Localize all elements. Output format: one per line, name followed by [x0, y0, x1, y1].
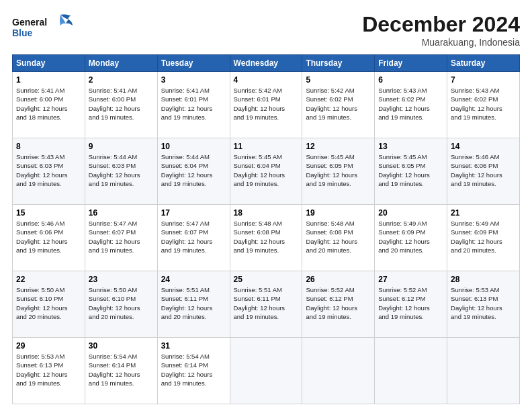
- day-info: Sunrise: 5:52 AMSunset: 6:12 PMDaylight:…: [378, 285, 443, 321]
- day-info: Sunrise: 5:50 AMSunset: 6:10 PMDaylight:…: [16, 285, 81, 321]
- calendar-cell: 26Sunrise: 5:52 AMSunset: 6:12 PMDayligh…: [302, 271, 375, 338]
- day-info: Sunrise: 5:50 AMSunset: 6:10 PMDaylight:…: [89, 285, 154, 321]
- calendar-cell: 30Sunrise: 5:54 AMSunset: 6:14 PMDayligh…: [85, 338, 157, 404]
- calendar-cell: 24Sunrise: 5:51 AMSunset: 6:11 PMDayligh…: [157, 271, 230, 338]
- calendar-header-saturday: Saturday: [447, 55, 520, 72]
- day-number: 2: [89, 75, 154, 85]
- calendar-header-thursday: Thursday: [302, 55, 375, 72]
- calendar-cell: 10Sunrise: 5:44 AMSunset: 6:04 PMDayligh…: [157, 138, 230, 205]
- day-number: 3: [161, 75, 226, 85]
- calendar-cell: [302, 338, 375, 404]
- calendar-week-5: 29Sunrise: 5:53 AMSunset: 6:13 PMDayligh…: [13, 338, 520, 404]
- day-info: Sunrise: 5:53 AMSunset: 6:13 PMDaylight:…: [16, 352, 81, 387]
- day-info: Sunrise: 5:43 AMSunset: 6:02 PMDaylight:…: [451, 86, 516, 122]
- location: Muarakuang, Indonesia: [362, 37, 520, 48]
- day-info: Sunrise: 5:53 AMSunset: 6:13 PMDaylight:…: [451, 285, 516, 321]
- calendar-cell: 16Sunrise: 5:47 AMSunset: 6:07 PMDayligh…: [85, 205, 157, 271]
- calendar-cell: 18Sunrise: 5:48 AMSunset: 6:08 PMDayligh…: [230, 205, 302, 271]
- day-number: 13: [378, 141, 443, 152]
- calendar-cell: 6Sunrise: 5:43 AMSunset: 6:02 PMDaylight…: [375, 72, 447, 138]
- day-number: 1: [16, 75, 81, 85]
- day-number: 20: [378, 208, 443, 218]
- calendar-cell: 13Sunrise: 5:45 AMSunset: 6:05 PMDayligh…: [375, 138, 447, 205]
- day-number: 19: [306, 208, 371, 218]
- day-number: 4: [234, 75, 299, 85]
- day-info: Sunrise: 5:45 AMSunset: 6:04 PMDaylight:…: [234, 152, 299, 188]
- calendar-cell: 14Sunrise: 5:46 AMSunset: 6:06 PMDayligh…: [447, 138, 520, 205]
- calendar-cell: [447, 338, 520, 404]
- day-number: 28: [451, 274, 516, 285]
- header: General Blue December 2024 Muarakuang, I…: [12, 12, 520, 48]
- day-number: 11: [234, 141, 299, 152]
- calendar-cell: 21Sunrise: 5:49 AMSunset: 6:09 PMDayligh…: [447, 205, 520, 271]
- calendar-table: SundayMondayTuesdayWednesdayThursdayFrid…: [12, 54, 520, 404]
- day-number: 9: [89, 141, 154, 152]
- calendar-week-3: 15Sunrise: 5:46 AMSunset: 6:06 PMDayligh…: [13, 205, 520, 271]
- calendar-cell: 27Sunrise: 5:52 AMSunset: 6:12 PMDayligh…: [375, 271, 447, 338]
- day-number: 7: [451, 75, 516, 85]
- calendar-header-monday: Monday: [85, 55, 157, 72]
- calendar-cell: 17Sunrise: 5:47 AMSunset: 6:07 PMDayligh…: [157, 205, 230, 271]
- page: General Blue December 2024 Muarakuang, I…: [0, 0, 532, 411]
- calendar-cell: 15Sunrise: 5:46 AMSunset: 6:06 PMDayligh…: [13, 205, 85, 271]
- day-info: Sunrise: 5:54 AMSunset: 6:14 PMDaylight:…: [161, 352, 226, 387]
- calendar-cell: 4Sunrise: 5:42 AMSunset: 6:01 PMDaylight…: [230, 72, 302, 138]
- day-info: Sunrise: 5:42 AMSunset: 6:01 PMDaylight:…: [234, 86, 299, 122]
- calendar-cell: [375, 338, 447, 404]
- day-number: 8: [16, 141, 81, 152]
- calendar-cell: [230, 338, 302, 404]
- day-info: Sunrise: 5:49 AMSunset: 6:09 PMDaylight:…: [451, 219, 516, 255]
- day-info: Sunrise: 5:51 AMSunset: 6:11 PMDaylight:…: [234, 285, 299, 321]
- calendar-cell: 22Sunrise: 5:50 AMSunset: 6:10 PMDayligh…: [13, 271, 85, 338]
- day-number: 23: [89, 274, 154, 285]
- calendar-header-row: SundayMondayTuesdayWednesdayThursdayFrid…: [13, 55, 520, 72]
- day-number: 5: [306, 75, 371, 85]
- calendar-cell: 19Sunrise: 5:48 AMSunset: 6:08 PMDayligh…: [302, 205, 375, 271]
- calendar-header-wednesday: Wednesday: [230, 55, 302, 72]
- day-info: Sunrise: 5:45 AMSunset: 6:05 PMDaylight:…: [306, 152, 371, 188]
- calendar-cell: 11Sunrise: 5:45 AMSunset: 6:04 PMDayligh…: [230, 138, 302, 205]
- calendar-header-tuesday: Tuesday: [157, 55, 230, 72]
- day-number: 18: [234, 208, 299, 218]
- calendar-cell: 2Sunrise: 5:41 AMSunset: 6:00 PMDaylight…: [85, 72, 157, 138]
- day-info: Sunrise: 5:42 AMSunset: 6:02 PMDaylight:…: [306, 86, 371, 122]
- day-info: Sunrise: 5:45 AMSunset: 6:05 PMDaylight:…: [378, 152, 443, 188]
- day-info: Sunrise: 5:48 AMSunset: 6:08 PMDaylight:…: [234, 219, 299, 255]
- day-number: 25: [234, 274, 299, 285]
- calendar-cell: 12Sunrise: 5:45 AMSunset: 6:05 PMDayligh…: [302, 138, 375, 205]
- day-info: Sunrise: 5:41 AMSunset: 6:01 PMDaylight:…: [161, 86, 226, 122]
- day-number: 30: [89, 340, 154, 351]
- svg-text:Blue: Blue: [12, 28, 33, 38]
- day-info: Sunrise: 5:49 AMSunset: 6:09 PMDaylight:…: [378, 219, 443, 255]
- logo-wordmark: General Blue: [12, 12, 79, 47]
- day-info: Sunrise: 5:41 AMSunset: 6:00 PMDaylight:…: [89, 86, 154, 122]
- day-number: 10: [161, 141, 226, 152]
- day-number: 15: [16, 208, 81, 218]
- calendar-cell: 7Sunrise: 5:43 AMSunset: 6:02 PMDaylight…: [447, 72, 520, 138]
- day-number: 26: [306, 274, 371, 285]
- day-info: Sunrise: 5:44 AMSunset: 6:04 PMDaylight:…: [161, 152, 226, 188]
- calendar-week-4: 22Sunrise: 5:50 AMSunset: 6:10 PMDayligh…: [13, 271, 520, 338]
- day-info: Sunrise: 5:51 AMSunset: 6:11 PMDaylight:…: [161, 285, 226, 321]
- day-number: 21: [451, 208, 516, 218]
- day-info: Sunrise: 5:44 AMSunset: 6:03 PMDaylight:…: [89, 152, 154, 188]
- day-info: Sunrise: 5:47 AMSunset: 6:07 PMDaylight:…: [161, 219, 226, 255]
- calendar-cell: 25Sunrise: 5:51 AMSunset: 6:11 PMDayligh…: [230, 271, 302, 338]
- day-number: 14: [451, 141, 516, 152]
- day-info: Sunrise: 5:48 AMSunset: 6:08 PMDaylight:…: [306, 219, 371, 255]
- calendar-cell: 3Sunrise: 5:41 AMSunset: 6:01 PMDaylight…: [157, 72, 230, 138]
- calendar-header-sunday: Sunday: [13, 55, 85, 72]
- svg-text:General: General: [12, 17, 47, 28]
- day-number: 17: [161, 208, 226, 218]
- day-number: 6: [378, 75, 443, 85]
- calendar-week-1: 1Sunrise: 5:41 AMSunset: 6:00 PMDaylight…: [13, 72, 520, 138]
- day-number: 24: [161, 274, 226, 285]
- calendar-cell: 20Sunrise: 5:49 AMSunset: 6:09 PMDayligh…: [375, 205, 447, 271]
- calendar-cell: 9Sunrise: 5:44 AMSunset: 6:03 PMDaylight…: [85, 138, 157, 205]
- day-info: Sunrise: 5:43 AMSunset: 6:03 PMDaylight:…: [16, 152, 81, 188]
- calendar-cell: 29Sunrise: 5:53 AMSunset: 6:13 PMDayligh…: [13, 338, 85, 404]
- day-number: 31: [161, 340, 226, 351]
- month-title: December 2024: [362, 12, 520, 37]
- day-info: Sunrise: 5:54 AMSunset: 6:14 PMDaylight:…: [89, 352, 154, 387]
- day-info: Sunrise: 5:43 AMSunset: 6:02 PMDaylight:…: [378, 86, 443, 122]
